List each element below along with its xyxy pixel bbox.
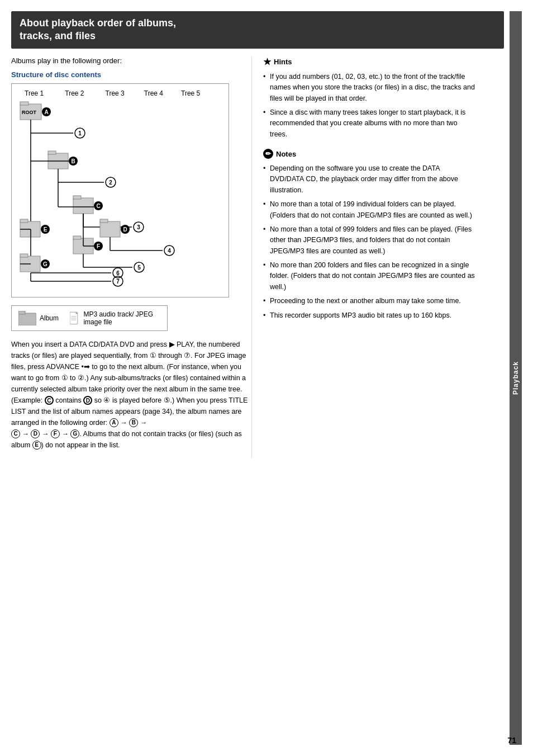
svg-text:3: 3 bbox=[137, 224, 140, 230]
svg-rect-66 bbox=[18, 313, 36, 325]
file-icon bbox=[70, 310, 80, 326]
svg-text:A: A bbox=[44, 109, 48, 115]
note-item-2: No more than a total of 199 individual f… bbox=[263, 199, 475, 221]
title-box: About playback order of albums, tracks, … bbox=[11, 11, 504, 49]
svg-text:1: 1 bbox=[78, 130, 82, 136]
svg-rect-39 bbox=[73, 236, 81, 239]
page-number: 71 bbox=[507, 736, 516, 745]
svg-text:ROOT: ROOT bbox=[22, 110, 37, 115]
hint-item-1: If you add numbers (01, 02, 03, etc.) to… bbox=[263, 72, 475, 104]
legend-album: Album bbox=[18, 311, 59, 325]
tree-label-4: Tree 4 bbox=[144, 89, 163, 97]
note-item-1: Depending on the software you use to cre… bbox=[263, 163, 475, 196]
hints-list: If you add numbers (01, 02, 03, etc.) to… bbox=[263, 72, 475, 140]
svg-text:5: 5 bbox=[137, 264, 141, 271]
hint-item-2: Since a disc with many trees takes longe… bbox=[263, 107, 475, 140]
svg-rect-34 bbox=[100, 221, 120, 237]
tree-label-3: Tree 3 bbox=[106, 89, 125, 97]
tree-label-2: Tree 2 bbox=[65, 89, 84, 97]
svg-text:B: B bbox=[71, 158, 75, 164]
hints-title: ★ Hints bbox=[263, 56, 475, 67]
svg-text:F: F bbox=[97, 243, 100, 249]
right-column: ★ Hints If you add numbers (01, 02, 03, … bbox=[251, 56, 475, 459]
svg-text:6: 6 bbox=[116, 270, 120, 276]
svg-rect-20 bbox=[73, 198, 93, 214]
tree-label-5: Tree 5 bbox=[181, 89, 200, 97]
notes-icon: ✏ bbox=[263, 149, 273, 159]
svg-text:2: 2 bbox=[109, 179, 112, 186]
legend-box: Album MP3 audio track/ JPEG image file bbox=[11, 305, 168, 331]
note-item-5: Proceeding to the next or another album … bbox=[263, 296, 475, 306]
page-title: About playback order of albums, tracks, … bbox=[20, 17, 496, 43]
structure-diagram: ROOT A 1 bbox=[17, 100, 224, 290]
svg-text:7: 7 bbox=[116, 278, 120, 285]
svg-rect-1 bbox=[20, 102, 28, 105]
disc-diagram: Tree 1 Tree 2 Tree 3 Tree 4 Tree 5 ROOT bbox=[11, 83, 229, 297]
notes-title: ✏ Notes bbox=[263, 149, 475, 159]
note-item-6: This recorder supports MP3 audio bit rat… bbox=[263, 310, 475, 321]
legend-file: MP3 audio track/ JPEG image file bbox=[70, 310, 160, 326]
tree-labels: Tree 1 Tree 2 Tree 3 Tree 4 Tree 5 bbox=[17, 89, 223, 97]
hints-section: ★ Hints If you add numbers (01, 02, 03, … bbox=[263, 56, 475, 140]
tree-label-1: Tree 1 bbox=[25, 89, 44, 97]
notes-list: Depending on the software you use to cre… bbox=[263, 163, 475, 321]
body-text: When you insert a DATA CD/DATA DVD and p… bbox=[11, 339, 251, 451]
svg-text:4: 4 bbox=[168, 248, 171, 254]
note-item-4: No more than 200 folders and files can b… bbox=[263, 260, 475, 292]
svg-rect-51 bbox=[20, 254, 28, 257]
svg-text:C: C bbox=[96, 203, 100, 209]
svg-rect-67 bbox=[18, 311, 25, 314]
svg-text:D: D bbox=[123, 226, 127, 233]
svg-rect-31 bbox=[20, 219, 28, 223]
svg-rect-11 bbox=[48, 151, 56, 154]
hints-icon: ★ bbox=[263, 56, 271, 67]
folder-icon bbox=[18, 311, 36, 325]
notes-section: ✏ Notes Depending on the software you us… bbox=[263, 149, 475, 321]
svg-rect-35 bbox=[100, 219, 108, 223]
intro-text: Albums play in the following order: bbox=[11, 56, 251, 65]
svg-text:E: E bbox=[44, 226, 47, 233]
svg-rect-21 bbox=[73, 196, 81, 199]
diagram-section-title: Structure of disc contents bbox=[11, 70, 251, 79]
note-item-3: No more than a total of 999 folders and … bbox=[263, 224, 475, 257]
sidebar-tab: Playback bbox=[510, 11, 522, 745]
svg-text:G: G bbox=[43, 261, 47, 267]
